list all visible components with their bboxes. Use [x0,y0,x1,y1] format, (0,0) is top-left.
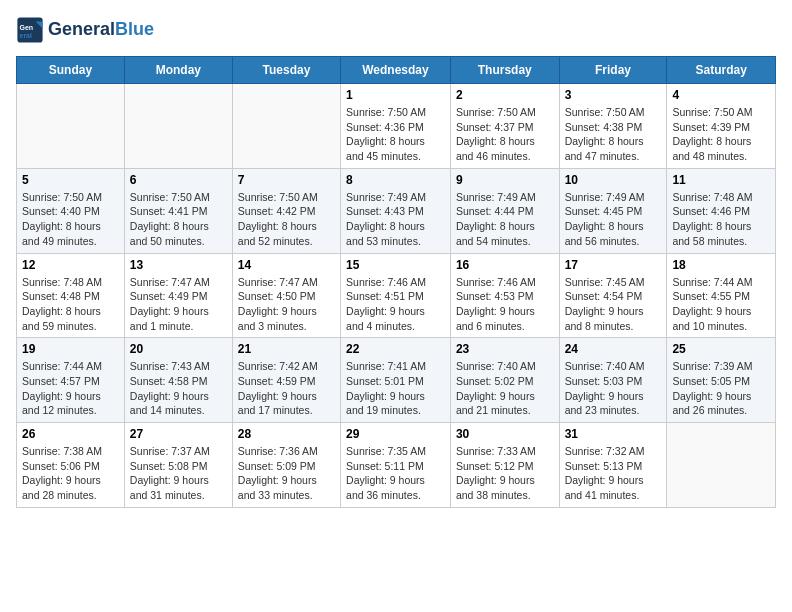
day-header-tuesday: Tuesday [232,57,340,84]
calendar-cell [232,84,340,169]
week-row-2: 5Sunrise: 7:50 AM Sunset: 4:40 PM Daylig… [17,168,776,253]
day-number: 23 [456,342,554,356]
day-info: Sunrise: 7:50 AM Sunset: 4:42 PM Dayligh… [238,190,335,249]
calendar-cell: 26Sunrise: 7:38 AM Sunset: 5:06 PM Dayli… [17,423,125,508]
day-number: 10 [565,173,662,187]
day-info: Sunrise: 7:37 AM Sunset: 5:08 PM Dayligh… [130,444,227,503]
day-number: 24 [565,342,662,356]
day-number: 9 [456,173,554,187]
day-number: 16 [456,258,554,272]
calendar-cell [667,423,776,508]
day-number: 31 [565,427,662,441]
calendar-table: SundayMondayTuesdayWednesdayThursdayFrid… [16,56,776,508]
day-number: 30 [456,427,554,441]
day-number: 20 [130,342,227,356]
calendar-cell: 17Sunrise: 7:45 AM Sunset: 4:54 PM Dayli… [559,253,667,338]
calendar-cell: 13Sunrise: 7:47 AM Sunset: 4:49 PM Dayli… [124,253,232,338]
calendar-cell: 4Sunrise: 7:50 AM Sunset: 4:39 PM Daylig… [667,84,776,169]
svg-text:eral: eral [20,32,33,39]
day-info: Sunrise: 7:40 AM Sunset: 5:03 PM Dayligh… [565,359,662,418]
calendar-cell: 31Sunrise: 7:32 AM Sunset: 5:13 PM Dayli… [559,423,667,508]
day-number: 26 [22,427,119,441]
day-header-friday: Friday [559,57,667,84]
day-info: Sunrise: 7:47 AM Sunset: 4:50 PM Dayligh… [238,275,335,334]
day-number: 27 [130,427,227,441]
svg-text:Gen: Gen [20,24,34,31]
day-info: Sunrise: 7:39 AM Sunset: 5:05 PM Dayligh… [672,359,770,418]
week-row-3: 12Sunrise: 7:48 AM Sunset: 4:48 PM Dayli… [17,253,776,338]
day-info: Sunrise: 7:48 AM Sunset: 4:48 PM Dayligh… [22,275,119,334]
calendar-cell: 3Sunrise: 7:50 AM Sunset: 4:38 PM Daylig… [559,84,667,169]
calendar-cell: 21Sunrise: 7:42 AM Sunset: 4:59 PM Dayli… [232,338,340,423]
day-number: 12 [22,258,119,272]
calendar-cell: 24Sunrise: 7:40 AM Sunset: 5:03 PM Dayli… [559,338,667,423]
calendar-cell: 14Sunrise: 7:47 AM Sunset: 4:50 PM Dayli… [232,253,340,338]
week-row-4: 19Sunrise: 7:44 AM Sunset: 4:57 PM Dayli… [17,338,776,423]
day-info: Sunrise: 7:43 AM Sunset: 4:58 PM Dayligh… [130,359,227,418]
day-info: Sunrise: 7:44 AM Sunset: 4:57 PM Dayligh… [22,359,119,418]
day-number: 21 [238,342,335,356]
day-number: 22 [346,342,445,356]
day-info: Sunrise: 7:50 AM Sunset: 4:37 PM Dayligh… [456,105,554,164]
header-row: SundayMondayTuesdayWednesdayThursdayFrid… [17,57,776,84]
day-number: 15 [346,258,445,272]
day-number: 1 [346,88,445,102]
day-number: 13 [130,258,227,272]
day-info: Sunrise: 7:35 AM Sunset: 5:11 PM Dayligh… [346,444,445,503]
day-info: Sunrise: 7:41 AM Sunset: 5:01 PM Dayligh… [346,359,445,418]
calendar-cell: 8Sunrise: 7:49 AM Sunset: 4:43 PM Daylig… [341,168,451,253]
calendar-cell: 15Sunrise: 7:46 AM Sunset: 4:51 PM Dayli… [341,253,451,338]
day-info: Sunrise: 7:45 AM Sunset: 4:54 PM Dayligh… [565,275,662,334]
day-header-sunday: Sunday [17,57,125,84]
day-number: 5 [22,173,119,187]
day-number: 2 [456,88,554,102]
calendar-cell: 18Sunrise: 7:44 AM Sunset: 4:55 PM Dayli… [667,253,776,338]
logo: Gen eral GeneralBlue [16,16,154,44]
day-number: 28 [238,427,335,441]
day-number: 18 [672,258,770,272]
day-info: Sunrise: 7:36 AM Sunset: 5:09 PM Dayligh… [238,444,335,503]
day-info: Sunrise: 7:50 AM Sunset: 4:36 PM Dayligh… [346,105,445,164]
calendar-cell: 5Sunrise: 7:50 AM Sunset: 4:40 PM Daylig… [17,168,125,253]
page-header: Gen eral GeneralBlue [16,16,776,44]
day-info: Sunrise: 7:50 AM Sunset: 4:40 PM Dayligh… [22,190,119,249]
calendar-cell: 12Sunrise: 7:48 AM Sunset: 4:48 PM Dayli… [17,253,125,338]
logo-icon: Gen eral [16,16,44,44]
day-info: Sunrise: 7:40 AM Sunset: 5:02 PM Dayligh… [456,359,554,418]
day-info: Sunrise: 7:46 AM Sunset: 4:53 PM Dayligh… [456,275,554,334]
day-number: 6 [130,173,227,187]
day-number: 7 [238,173,335,187]
calendar-cell: 28Sunrise: 7:36 AM Sunset: 5:09 PM Dayli… [232,423,340,508]
calendar-cell: 25Sunrise: 7:39 AM Sunset: 5:05 PM Dayli… [667,338,776,423]
calendar-cell: 29Sunrise: 7:35 AM Sunset: 5:11 PM Dayli… [341,423,451,508]
day-info: Sunrise: 7:50 AM Sunset: 4:39 PM Dayligh… [672,105,770,164]
day-info: Sunrise: 7:42 AM Sunset: 4:59 PM Dayligh… [238,359,335,418]
calendar-cell: 2Sunrise: 7:50 AM Sunset: 4:37 PM Daylig… [450,84,559,169]
calendar-cell: 30Sunrise: 7:33 AM Sunset: 5:12 PM Dayli… [450,423,559,508]
day-info: Sunrise: 7:49 AM Sunset: 4:44 PM Dayligh… [456,190,554,249]
day-info: Sunrise: 7:49 AM Sunset: 4:43 PM Dayligh… [346,190,445,249]
day-header-monday: Monday [124,57,232,84]
calendar-cell: 7Sunrise: 7:50 AM Sunset: 4:42 PM Daylig… [232,168,340,253]
day-info: Sunrise: 7:48 AM Sunset: 4:46 PM Dayligh… [672,190,770,249]
day-header-thursday: Thursday [450,57,559,84]
day-info: Sunrise: 7:49 AM Sunset: 4:45 PM Dayligh… [565,190,662,249]
calendar-cell: 23Sunrise: 7:40 AM Sunset: 5:02 PM Dayli… [450,338,559,423]
day-number: 11 [672,173,770,187]
day-header-saturday: Saturday [667,57,776,84]
week-row-1: 1Sunrise: 7:50 AM Sunset: 4:36 PM Daylig… [17,84,776,169]
calendar-cell: 16Sunrise: 7:46 AM Sunset: 4:53 PM Dayli… [450,253,559,338]
day-info: Sunrise: 7:33 AM Sunset: 5:12 PM Dayligh… [456,444,554,503]
calendar-cell: 6Sunrise: 7:50 AM Sunset: 4:41 PM Daylig… [124,168,232,253]
day-number: 17 [565,258,662,272]
day-number: 14 [238,258,335,272]
day-info: Sunrise: 7:44 AM Sunset: 4:55 PM Dayligh… [672,275,770,334]
calendar-cell: 27Sunrise: 7:37 AM Sunset: 5:08 PM Dayli… [124,423,232,508]
calendar-cell: 10Sunrise: 7:49 AM Sunset: 4:45 PM Dayli… [559,168,667,253]
day-info: Sunrise: 7:32 AM Sunset: 5:13 PM Dayligh… [565,444,662,503]
day-header-wednesday: Wednesday [341,57,451,84]
calendar-cell: 1Sunrise: 7:50 AM Sunset: 4:36 PM Daylig… [341,84,451,169]
calendar-cell [17,84,125,169]
calendar-cell: 20Sunrise: 7:43 AM Sunset: 4:58 PM Dayli… [124,338,232,423]
day-number: 29 [346,427,445,441]
